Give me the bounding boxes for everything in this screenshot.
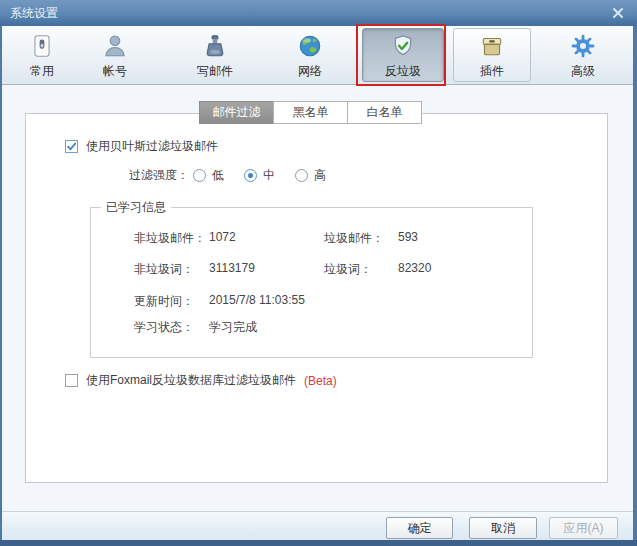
stat-label-spam-words: 垃圾词： [324, 261, 372, 278]
toolbar-label-account: 帐号 [103, 63, 127, 80]
stat-value-learn-status: 学习完成 [209, 319, 257, 336]
window-title: 系统设置 [10, 0, 58, 26]
bayes-filter-label: 使用贝叶斯过滤垃圾邮件 [86, 138, 218, 155]
toolbar-item-compose[interactable]: 写邮件 [177, 28, 253, 82]
radio-high-label: 高 [314, 167, 326, 184]
stat-label-ham-mail: 非垃圾邮件： [134, 230, 206, 247]
close-icon[interactable] [608, 3, 628, 23]
toolbar-label-plugins: 插件 [480, 63, 504, 80]
shield-check-icon [390, 31, 416, 61]
learned-stat-row-words: 非垃圾词： 3113179 垃圾词： 82320 [91, 261, 532, 277]
learned-stat-row-status: 学习状态： 学习完成 [91, 319, 532, 335]
stat-value-ham-mail: 1072 [209, 230, 236, 244]
gear-icon [570, 31, 596, 61]
learned-info-groupbox: 已学习信息 非垃圾邮件： 1072 垃圾邮件： 593 非垃圾词： 311317… [90, 207, 533, 358]
tab-blacklist[interactable]: 黑名单 [273, 101, 348, 124]
toolbar-item-plugins[interactable]: 插件 [453, 28, 531, 82]
plugin-box-icon [479, 31, 505, 61]
toolbar-label-antispam: 反垃圾 [385, 63, 421, 80]
beta-tag: (Beta) [304, 374, 337, 388]
globe-icon [297, 31, 323, 61]
strength-option-high[interactable]: 高 [295, 167, 326, 184]
title-bar: 系统设置 [0, 0, 637, 26]
window-border-left [0, 26, 2, 546]
tab-whitelist[interactable]: 白名单 [347, 101, 422, 124]
radio-medium[interactable] [244, 169, 257, 182]
radio-high[interactable] [295, 169, 308, 182]
toolbar-label-compose: 写邮件 [197, 63, 233, 80]
filter-strength-label: 过滤强度： [129, 167, 189, 184]
toolbar-label-advanced: 高级 [571, 63, 595, 80]
stat-value-spam-words: 82320 [398, 261, 431, 275]
bayes-filter-row: 使用贝叶斯过滤垃圾邮件 [65, 138, 218, 155]
cancel-button[interactable]: 取消 [469, 517, 537, 539]
radio-medium-label: 中 [263, 167, 275, 184]
radio-low-label: 低 [212, 167, 224, 184]
foxmail-db-filter-row: 使用Foxmail反垃圾数据库过滤垃圾邮件 (Beta) [65, 372, 337, 389]
toolbar-item-antispam[interactable]: 反垃圾 [362, 28, 444, 82]
stat-value-spam-mail: 593 [398, 230, 418, 244]
radio-low[interactable] [193, 169, 206, 182]
bayes-filter-checkbox[interactable] [65, 140, 78, 153]
foxmail-db-filter-checkbox[interactable] [65, 374, 78, 387]
tab-mail-filter[interactable]: 邮件过滤 [199, 101, 274, 124]
user-icon [102, 31, 128, 61]
system-settings-dialog: 系统设置 常用 帐号 [0, 0, 637, 546]
stat-label-update-time: 更新时间： [134, 293, 194, 310]
filter-tabs: 邮件过滤 黑名单 白名单 [199, 101, 422, 124]
stat-value-ham-words: 3113179 [209, 261, 255, 275]
strength-option-medium[interactable]: 中 [244, 167, 275, 184]
ink-bottle-icon [202, 31, 228, 61]
window-border-bottom [0, 540, 637, 546]
stat-label-spam-mail: 垃圾邮件： [324, 230, 384, 247]
learned-stat-row-updated: 更新时间： 2015/7/8 11:03:55 [91, 293, 532, 309]
toolbar-item-advanced[interactable]: 高级 [545, 28, 621, 82]
window-border-right [633, 26, 637, 546]
antispam-settings-panel: 使用贝叶斯过滤垃圾邮件 过滤强度： 低 中 高 已学习信息 非垃圾邮件： 107… [25, 113, 608, 483]
panel-switch-icon [29, 31, 55, 61]
foxmail-db-filter-label: 使用Foxmail反垃圾数据库过滤垃圾邮件 [86, 372, 296, 389]
toolbar-item-common[interactable]: 常用 [4, 28, 80, 82]
apply-button[interactable]: 应用(A) [549, 517, 618, 539]
toolbar-label-common: 常用 [30, 63, 54, 80]
learned-info-title: 已学习信息 [101, 199, 171, 216]
strength-option-low[interactable]: 低 [193, 167, 224, 184]
ok-button[interactable]: 确定 [386, 517, 453, 539]
toolbar-item-network[interactable]: 网络 [272, 28, 348, 82]
toolbar-item-account[interactable]: 帐号 [77, 28, 153, 82]
filter-strength-row: 过滤强度： 低 中 高 [129, 167, 346, 184]
stat-label-ham-words: 非垃圾词： [134, 261, 194, 278]
toolbar-label-network: 网络 [298, 63, 322, 80]
dialog-footer: 确定 取消 应用(A) [2, 511, 633, 540]
stat-label-learn-status: 学习状态： [134, 319, 194, 336]
settings-toolbar: 常用 帐号 写邮件 [2, 26, 633, 85]
learned-stat-row-mail: 非垃圾邮件： 1072 垃圾邮件： 593 [91, 230, 532, 246]
stat-value-update-time: 2015/7/8 11:03:55 [209, 293, 305, 307]
